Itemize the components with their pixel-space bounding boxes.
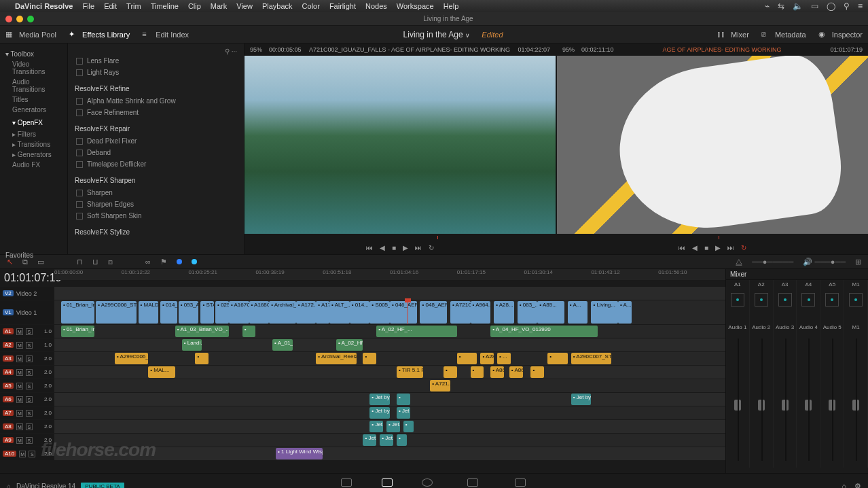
sidebar-item-audio-transitions[interactable]: Audio Transitions — [5, 77, 62, 94]
audio-clip[interactable]: • Jet... — [369, 421, 383, 432]
menu-trim[interactable]: Trim — [126, 2, 141, 10]
insert-icon[interactable]: ⊓ — [77, 258, 83, 266]
project-title[interactable]: Living in the Age ∨ Edited — [403, 30, 503, 39]
fader-Audio 4[interactable] — [797, 332, 820, 468]
page-fairlight[interactable]: Fairlight — [462, 478, 484, 489]
prg-prev-icon[interactable]: ◀ — [692, 244, 698, 251]
pan-A4[interactable] — [797, 289, 820, 323]
audio-clip[interactable]: • — [242, 326, 256, 337]
menu-timeline[interactable]: Timeline — [151, 2, 179, 10]
video-clip[interactable]: • ALT_... — [329, 301, 350, 324]
close-button[interactable] — [5, 16, 12, 22]
mute-button[interactable]: M — [16, 369, 23, 376]
source-image[interactable] — [245, 56, 556, 234]
video-clip[interactable]: • MALD... — [139, 301, 159, 324]
edit-index-button[interactable]: ≡Edit Index — [142, 30, 189, 39]
track-a4-content[interactable]: • MAL...• TIR 5.1 FX ...• • • A86...• A8… — [54, 366, 725, 379]
pan-A5[interactable] — [820, 289, 844, 323]
solo-button[interactable]: S — [26, 328, 33, 335]
src-zoom[interactable]: 95% — [250, 46, 262, 53]
page-color[interactable]: Color — [420, 478, 435, 489]
page-deliver[interactable]: Deliver — [511, 478, 530, 489]
audio-clip[interactable]: • Jet ... — [397, 407, 410, 419]
solo-button[interactable]: S — [26, 383, 33, 389]
audio-clip[interactable]: • Jet... — [380, 434, 393, 446]
video-clip[interactable]: • 046_AERIAL_... — [390, 301, 417, 324]
search-icon[interactable]: ⚲ ··· — [75, 48, 237, 55]
mute-button[interactable]: M — [16, 396, 23, 403]
audio-clip[interactable]: • A721... — [430, 380, 450, 391]
video-clip[interactable]: • Living... — [591, 301, 618, 324]
fx-dead-pixel[interactable]: Dead Pixel Fixer — [75, 135, 237, 147]
mute-button[interactable]: M — [19, 451, 26, 457]
solo-button[interactable]: S — [26, 342, 33, 349]
audio-clip[interactable]: • TIR 5.1 FX ... — [397, 366, 424, 378]
audio-clip[interactable]: • Landi... — [182, 339, 202, 351]
pan-A2[interactable] — [750, 289, 774, 323]
sidebar-item-ofx-transitions[interactable]: ▸ Transitions — [5, 139, 62, 150]
video-clip[interactable]: • S005_SF... — [369, 301, 390, 324]
src-scrubber[interactable] — [245, 234, 556, 241]
prg-next-icon[interactable]: ⏭ — [727, 244, 734, 251]
video-clip[interactable]: • 025_AER... — [215, 301, 229, 324]
maximize-button[interactable] — [27, 16, 34, 22]
video-clip[interactable]: • 014_A... — [160, 301, 177, 324]
minimize-button[interactable] — [16, 16, 23, 22]
menu-fairlight[interactable]: Fairlight — [329, 2, 356, 10]
video-clip[interactable]: • 048_AERIA... — [420, 301, 447, 324]
video-clip[interactable]: • A... — [618, 301, 632, 324]
mixer-bus-M1[interactable]: M1 — [844, 280, 868, 289]
pan-A1[interactable] — [726, 289, 750, 323]
fader-Audio 5[interactable] — [820, 332, 844, 468]
fader-Audio 3[interactable] — [774, 332, 797, 468]
menu-workspace[interactable]: Workspace — [397, 2, 434, 10]
mute-button[interactable]: M — [16, 342, 23, 349]
fx-face-refine[interactable]: Face Refinement — [75, 107, 237, 118]
prg-play-icon[interactable]: ▶ — [715, 244, 721, 251]
mute-button[interactable]: M — [16, 328, 23, 335]
sidebar-item-filters[interactable]: ▸ Filters — [5, 129, 62, 139]
effects-library-button[interactable]: ✦Effects Library — [69, 30, 130, 39]
solo-button[interactable]: S — [26, 355, 33, 362]
sidebar-item-titles[interactable]: Titles — [5, 94, 62, 105]
mixer-bus-A1[interactable]: A1 — [726, 280, 750, 289]
track-a6-content[interactable]: • Jet by 1• • Jet by 1 — [54, 393, 725, 406]
menu-mark[interactable]: Mark — [211, 2, 227, 10]
video-clip[interactable]: • A721C... — [450, 301, 471, 324]
track-a5-content[interactable]: • A721... — [54, 379, 725, 392]
settings-gear-icon[interactable]: ⚙ — [854, 482, 861, 488]
solo-button[interactable]: S — [26, 423, 33, 430]
pan-M1[interactable] — [844, 289, 868, 323]
audio-clip[interactable]: • — [397, 394, 410, 405]
video-clip[interactable]: • Archival_Reel20_... — [269, 301, 296, 324]
app-menu[interactable]: DaVinci Resolve — [15, 2, 73, 10]
flag-icon[interactable]: ⚑ — [160, 258, 167, 266]
menu-playback[interactable]: Playback — [262, 2, 293, 10]
audio-clip[interactable]: • A290C007_ST_MAAR... — [571, 353, 611, 364]
marker-cyan-icon[interactable] — [192, 259, 197, 264]
mute-button[interactable]: M — [16, 355, 23, 362]
marker-blue-icon[interactable] — [177, 259, 182, 264]
playhead[interactable] — [408, 300, 408, 324]
fx-lens-flare[interactable]: Lens Flare — [75, 55, 237, 67]
video-clip[interactable]: • STA... — [200, 301, 214, 324]
track-a10-content[interactable]: • 1 Light Wind Wispy — [54, 447, 725, 460]
audio-clip[interactable]: • MAL... — [148, 366, 175, 378]
src-next-icon[interactable]: ⏭ — [415, 244, 422, 251]
video-clip[interactable]: • A964... — [471, 301, 491, 324]
mixer-bus-A4[interactable]: A4 — [797, 280, 820, 289]
zoom-slider[interactable]: ──●───── — [752, 258, 793, 266]
status-volume-icon[interactable]: 🔈 — [793, 1, 803, 11]
video-clip[interactable]: • A167C... — [229, 301, 249, 324]
favorites-group[interactable]: Favorites — [5, 251, 62, 259]
menu-view[interactable]: View — [236, 2, 253, 10]
audio-clip[interactable]: • — [444, 366, 457, 378]
sidebar-item-audiofx[interactable]: Audio FX — [5, 160, 62, 170]
audio-clip[interactable]: • A86... — [490, 366, 504, 378]
video-clip[interactable]: • 014... — [350, 301, 370, 324]
mixer-bus-A5[interactable]: A5 — [820, 280, 844, 289]
sidebar-item-video-transitions[interactable]: Video Transitions — [5, 59, 62, 77]
mixer-bus-A2[interactable]: A2 — [750, 280, 774, 289]
menu-nodes[interactable]: Nodes — [365, 2, 387, 10]
src-play-icon[interactable]: ▶ — [403, 244, 408, 251]
